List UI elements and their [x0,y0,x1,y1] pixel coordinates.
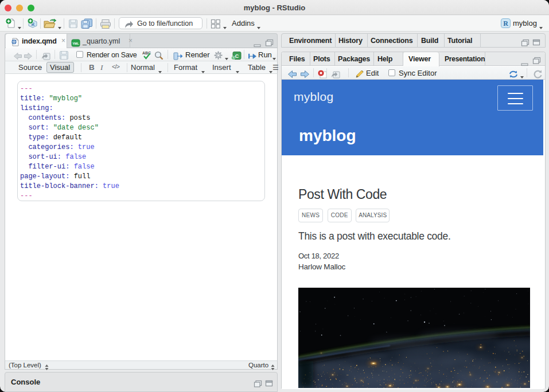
svg-text:R: R [503,19,508,28]
svg-text:YML: YML [72,42,79,45]
svg-text:C: C [235,53,239,59]
